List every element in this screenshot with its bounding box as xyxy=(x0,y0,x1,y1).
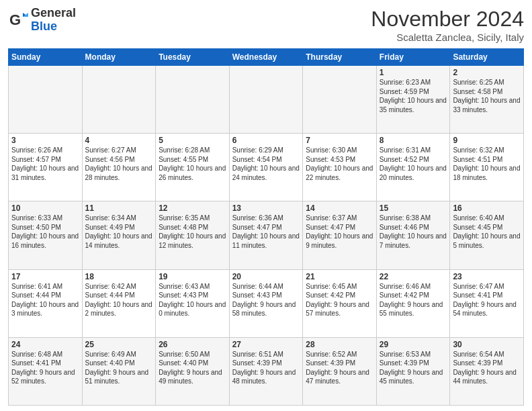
calendar-week-row: 10Sunrise: 6:33 AMSunset: 4:50 PMDayligh… xyxy=(9,201,524,269)
day-info: Sunrise: 6:29 AMSunset: 4:54 PMDaylight:… xyxy=(232,146,300,182)
day-number: 30 xyxy=(453,340,521,349)
day-info: Sunrise: 6:36 AMSunset: 4:47 PMDaylight:… xyxy=(232,214,300,250)
day-number: 7 xyxy=(306,136,373,145)
col-thursday: Thursday xyxy=(303,49,377,66)
day-info: Sunrise: 6:45 AMSunset: 4:42 PMDaylight:… xyxy=(306,282,373,318)
calendar-table: Sunday Monday Tuesday Wednesday Thursday… xyxy=(8,48,524,406)
logo-text: General Blue xyxy=(31,7,76,34)
day-number: 16 xyxy=(453,203,521,213)
col-friday: Friday xyxy=(376,49,450,66)
day-info: Sunrise: 6:32 AMSunset: 4:51 PMDaylight:… xyxy=(453,146,521,182)
table-row: 26Sunrise: 6:50 AMSunset: 4:40 PMDayligh… xyxy=(156,337,230,405)
table-row xyxy=(9,66,83,134)
day-number: 4 xyxy=(85,136,153,145)
day-number: 17 xyxy=(11,272,79,281)
table-row: 9Sunrise: 6:32 AMSunset: 4:51 PMDaylight… xyxy=(450,134,524,201)
day-info: Sunrise: 6:48 AMSunset: 4:41 PMDaylight:… xyxy=(11,350,79,386)
day-info: Sunrise: 6:40 AMSunset: 4:45 PMDaylight:… xyxy=(453,214,521,250)
day-number: 26 xyxy=(159,340,226,349)
table-row: 3Sunrise: 6:26 AMSunset: 4:57 PMDaylight… xyxy=(9,134,83,201)
table-row: 1Sunrise: 6:23 AMSunset: 4:59 PMDaylight… xyxy=(376,66,450,134)
day-info: Sunrise: 6:25 AMSunset: 4:58 PMDaylight:… xyxy=(453,78,521,114)
day-number: 9 xyxy=(453,136,521,145)
col-wednesday: Wednesday xyxy=(229,49,303,66)
table-row xyxy=(82,66,156,134)
day-info: Sunrise: 6:49 AMSunset: 4:40 PMDaylight:… xyxy=(85,350,153,386)
day-info: Sunrise: 6:33 AMSunset: 4:50 PMDaylight:… xyxy=(11,214,79,250)
day-number: 28 xyxy=(306,340,373,349)
calendar-header-row: Sunday Monday Tuesday Wednesday Thursday… xyxy=(9,49,524,66)
table-row: 11Sunrise: 6:34 AMSunset: 4:49 PMDayligh… xyxy=(82,201,156,269)
table-row: 5Sunrise: 6:28 AMSunset: 4:55 PMDaylight… xyxy=(156,134,230,201)
calendar-week-row: 17Sunrise: 6:41 AMSunset: 4:44 PMDayligh… xyxy=(9,269,524,337)
day-number: 8 xyxy=(380,136,447,145)
table-row: 8Sunrise: 6:31 AMSunset: 4:52 PMDaylight… xyxy=(376,134,450,201)
col-monday: Monday xyxy=(82,49,156,66)
day-info: Sunrise: 6:50 AMSunset: 4:40 PMDaylight:… xyxy=(159,350,226,386)
table-row: 22Sunrise: 6:46 AMSunset: 4:42 PMDayligh… xyxy=(376,269,450,337)
day-number: 21 xyxy=(306,272,373,281)
day-info: Sunrise: 6:35 AMSunset: 4:48 PMDaylight:… xyxy=(159,214,226,250)
day-number: 24 xyxy=(11,340,79,349)
day-info: Sunrise: 6:34 AMSunset: 4:49 PMDaylight:… xyxy=(85,214,153,250)
day-info: Sunrise: 6:44 AMSunset: 4:43 PMDaylight:… xyxy=(232,282,300,318)
table-row: 7Sunrise: 6:30 AMSunset: 4:53 PMDaylight… xyxy=(303,134,377,201)
day-number: 5 xyxy=(159,136,226,145)
table-row: 12Sunrise: 6:35 AMSunset: 4:48 PMDayligh… xyxy=(156,201,230,269)
day-number: 27 xyxy=(232,340,300,349)
day-info: Sunrise: 6:47 AMSunset: 4:41 PMDaylight:… xyxy=(453,282,521,318)
day-info: Sunrise: 6:41 AMSunset: 4:44 PMDaylight:… xyxy=(11,282,79,318)
logo-icon: G xyxy=(8,10,28,30)
svg-text:G: G xyxy=(9,11,21,28)
day-number: 29 xyxy=(380,340,447,349)
day-number: 23 xyxy=(453,272,521,281)
table-row: 18Sunrise: 6:42 AMSunset: 4:44 PMDayligh… xyxy=(82,269,156,337)
table-row: 13Sunrise: 6:36 AMSunset: 4:47 PMDayligh… xyxy=(229,201,303,269)
table-row: 10Sunrise: 6:33 AMSunset: 4:50 PMDayligh… xyxy=(9,201,83,269)
day-number: 12 xyxy=(159,203,226,213)
day-number: 19 xyxy=(159,272,226,281)
table-row xyxy=(229,66,303,134)
col-saturday: Saturday xyxy=(450,49,524,66)
day-info: Sunrise: 6:52 AMSunset: 4:39 PMDaylight:… xyxy=(306,350,373,386)
day-info: Sunrise: 6:46 AMSunset: 4:42 PMDaylight:… xyxy=(380,282,447,318)
day-info: Sunrise: 6:53 AMSunset: 4:39 PMDaylight:… xyxy=(380,350,447,386)
calendar-week-row: 3Sunrise: 6:26 AMSunset: 4:57 PMDaylight… xyxy=(9,134,524,201)
logo-blue: Blue xyxy=(31,19,57,33)
day-info: Sunrise: 6:51 AMSunset: 4:39 PMDaylight:… xyxy=(232,350,300,386)
table-row: 4Sunrise: 6:27 AMSunset: 4:56 PMDaylight… xyxy=(82,134,156,201)
day-info: Sunrise: 6:37 AMSunset: 4:47 PMDaylight:… xyxy=(306,214,373,250)
day-number: 3 xyxy=(11,136,79,145)
table-row: 15Sunrise: 6:38 AMSunset: 4:46 PMDayligh… xyxy=(376,201,450,269)
day-number: 18 xyxy=(85,272,153,281)
logo: G General Blue xyxy=(8,7,76,34)
day-number: 10 xyxy=(11,203,79,213)
day-number: 22 xyxy=(380,272,447,281)
table-row: 30Sunrise: 6:54 AMSunset: 4:39 PMDayligh… xyxy=(450,337,524,405)
table-row: 2Sunrise: 6:25 AMSunset: 4:58 PMDaylight… xyxy=(450,66,524,134)
table-row: 29Sunrise: 6:53 AMSunset: 4:39 PMDayligh… xyxy=(376,337,450,405)
day-number: 2 xyxy=(453,68,521,77)
table-row: 19Sunrise: 6:43 AMSunset: 4:43 PMDayligh… xyxy=(156,269,230,337)
table-row: 27Sunrise: 6:51 AMSunset: 4:39 PMDayligh… xyxy=(229,337,303,405)
table-row: 24Sunrise: 6:48 AMSunset: 4:41 PMDayligh… xyxy=(9,337,83,405)
title-section: November 2024 Scaletta Zanclea, Sicily, … xyxy=(371,7,524,43)
calendar-week-row: 1Sunrise: 6:23 AMSunset: 4:59 PMDaylight… xyxy=(9,66,524,134)
table-row: 23Sunrise: 6:47 AMSunset: 4:41 PMDayligh… xyxy=(450,269,524,337)
location: Scaletta Zanclea, Sicily, Italy xyxy=(371,32,524,43)
logo-general: General xyxy=(31,6,76,19)
day-number: 14 xyxy=(306,203,373,213)
month-title: November 2024 xyxy=(371,7,524,32)
day-number: 13 xyxy=(232,203,300,213)
day-number: 25 xyxy=(85,340,153,349)
table-row: 6Sunrise: 6:29 AMSunset: 4:54 PMDaylight… xyxy=(229,134,303,201)
day-number: 15 xyxy=(380,203,447,213)
table-row: 28Sunrise: 6:52 AMSunset: 4:39 PMDayligh… xyxy=(303,337,377,405)
calendar-week-row: 24Sunrise: 6:48 AMSunset: 4:41 PMDayligh… xyxy=(9,337,524,405)
day-info: Sunrise: 6:42 AMSunset: 4:44 PMDaylight:… xyxy=(85,282,153,318)
day-info: Sunrise: 6:54 AMSunset: 4:39 PMDaylight:… xyxy=(453,350,521,386)
table-row xyxy=(303,66,377,134)
day-info: Sunrise: 6:26 AMSunset: 4:57 PMDaylight:… xyxy=(11,146,79,182)
col-tuesday: Tuesday xyxy=(156,49,230,66)
table-row: 25Sunrise: 6:49 AMSunset: 4:40 PMDayligh… xyxy=(82,337,156,405)
